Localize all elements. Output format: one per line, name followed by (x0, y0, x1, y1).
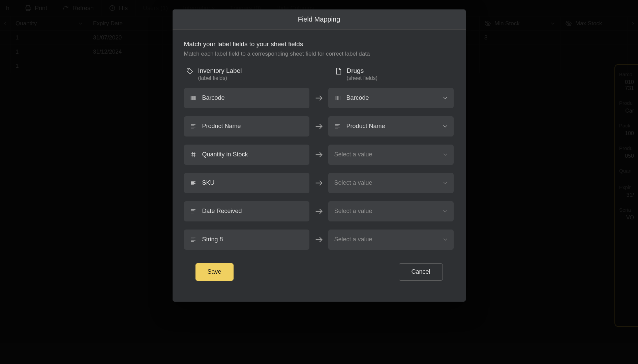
sheet-field-select[interactable]: Select a value (328, 145, 454, 165)
modal-title: Field Mapping (173, 9, 466, 30)
save-button[interactable]: Save (195, 263, 234, 281)
mapping-row: Quantity in StockSelect a value (184, 145, 454, 165)
label-field: Date Received (184, 201, 309, 221)
hash-icon (190, 151, 197, 158)
modal-body-subtitle: Match each label field to a correspondin… (184, 51, 454, 57)
mapping-row: Date ReceivedSelect a value (184, 201, 454, 221)
barcode-icon (334, 95, 341, 101)
mapping-row: SKUSelect a value (184, 173, 454, 193)
cancel-button[interactable]: Cancel (399, 263, 443, 281)
arrow-right-icon (314, 122, 324, 131)
sheet-field-value: Select a value (334, 236, 372, 243)
chevron-down-icon (442, 123, 448, 129)
sheet-col-sub: (sheet fields) (347, 75, 378, 81)
arrow-right-icon (314, 235, 324, 244)
text-icon (190, 236, 197, 243)
sheet-field-select[interactable]: Select a value (328, 173, 454, 193)
label-field: Barcode (184, 88, 309, 108)
label-field: SKU (184, 173, 309, 193)
mapping-row: String 8Select a value (184, 230, 454, 250)
mapping-row: BarcodeBarcode (184, 88, 454, 108)
sheet-icon (335, 67, 342, 75)
arrow-right-icon (314, 207, 324, 216)
text-icon (190, 123, 197, 130)
arrow-right-icon (314, 93, 324, 103)
modal-overlay[interactable]: Field Mapping Match your label fields to… (0, 0, 638, 364)
label-fields-column-header: Inventory Label (label fields) (186, 67, 304, 81)
tag-icon (186, 67, 193, 75)
field-mapping-modal: Field Mapping Match your label fields to… (173, 9, 466, 302)
chevron-down-icon (442, 180, 448, 186)
label-field: Quantity in Stock (184, 145, 309, 165)
sheet-field-select[interactable]: Select a value (328, 201, 454, 221)
sheet-field-value: Select a value (334, 151, 372, 158)
chevron-down-icon (442, 237, 448, 243)
arrow-right-icon (314, 178, 324, 188)
label-col-title: Inventory Label (198, 67, 242, 75)
label-field-text: Product Name (202, 123, 241, 130)
label-field: Product Name (184, 116, 309, 136)
label-field-text: Date Received (202, 208, 242, 215)
label-field-text: Quantity in Stock (202, 151, 248, 158)
text-icon (190, 180, 197, 186)
label-col-sub: (label fields) (198, 75, 242, 81)
mapping-row: Product NameProduct Name (184, 116, 454, 136)
chevron-down-icon (442, 152, 448, 158)
label-field: String 8 (184, 230, 309, 250)
sheet-field-value: Select a value (334, 179, 372, 186)
sheet-field-value: Product Name (346, 123, 385, 130)
barcode-icon (190, 95, 197, 101)
text-icon (334, 123, 341, 130)
sheet-field-value: Barcode (346, 94, 369, 101)
label-field-text: String 8 (202, 236, 223, 243)
sheet-col-title: Drugs (347, 67, 378, 75)
chevron-down-icon (442, 208, 448, 214)
modal-body-title: Match your label fields to your sheet fi… (184, 40, 454, 48)
sheet-field-select[interactable]: Barcode (328, 88, 454, 108)
sheet-field-select[interactable]: Select a value (328, 230, 454, 250)
chevron-down-icon (442, 95, 448, 101)
label-field-text: Barcode (202, 94, 225, 101)
sheet-field-value: Select a value (334, 208, 372, 215)
sheet-field-select[interactable]: Product Name (328, 116, 454, 136)
arrow-right-icon (314, 150, 324, 159)
text-icon (190, 208, 197, 215)
label-field-text: SKU (202, 179, 215, 186)
sheet-fields-column-header: Drugs (sheet fields) (335, 67, 452, 81)
